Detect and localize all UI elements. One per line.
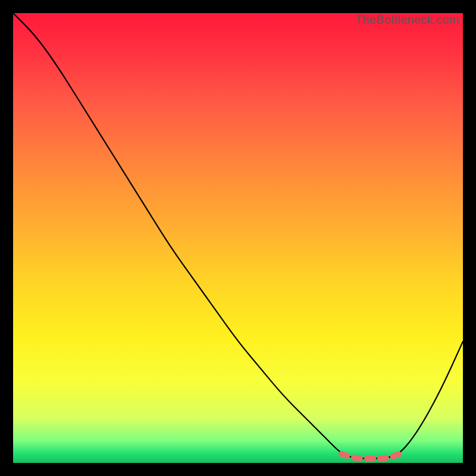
chart-svg (13, 13, 463, 463)
chart-frame: TheBottleneck.com (0, 0, 476, 476)
curve-line (13, 13, 463, 458)
plot-area: TheBottleneck.com (13, 13, 463, 463)
